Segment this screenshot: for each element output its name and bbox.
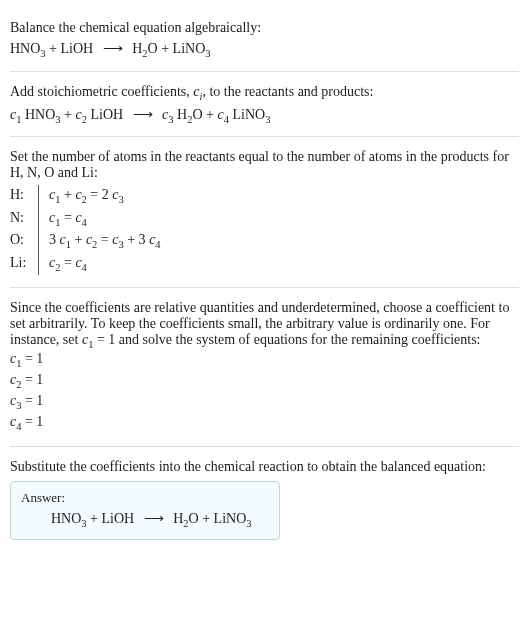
section5-title: Substitute the coefficients into the che… (10, 459, 519, 475)
section3-title: Set the number of atoms in the reactants… (10, 149, 519, 181)
coef-c4: c4 = 1 (10, 413, 519, 434)
atom-row-li: Li: c2 = c4 (10, 253, 519, 275)
section2-equation: c1 HNO3 + c2 LiOH ⟶ c3 H2O + c4 LiNO3 (10, 106, 519, 125)
atom-row-n: N: c1 = c4 (10, 208, 519, 230)
answer-label: Answer: (21, 490, 269, 506)
answer-equation: HNO3 + LiOH ⟶ H2O + LiNO3 (21, 510, 269, 529)
atom-balance-table: H: c1 + c2 = 2 c3 N: c1 = c4 O: 3 c1 + c… (10, 185, 519, 275)
divider (10, 136, 519, 137)
reactant-lioh: LiOH (61, 41, 94, 56)
atom-row-o: O: 3 c1 + c2 = c3 + 3 c4 (10, 230, 519, 252)
coef-c2: c2 = 1 (10, 371, 519, 392)
divider (10, 446, 519, 447)
section-add-coefficients: Add stoichiometric coefficients, ci, to … (10, 76, 519, 133)
coef-c3: c3 = 1 (10, 392, 519, 413)
coefficient-solution-list: c1 = 1 c2 = 1 c3 = 1 c4 = 1 (10, 350, 519, 434)
section-balance-intro: Balance the chemical equation algebraica… (10, 12, 519, 67)
reactant-lioh: LiOH (102, 511, 135, 526)
product-h2o: H2O (173, 511, 199, 526)
section1-title: Balance the chemical equation algebraica… (10, 20, 519, 36)
section-answer: Substitute the coefficients into the che… (10, 451, 519, 548)
plus: + (161, 41, 172, 56)
plus: + (49, 41, 60, 56)
arrow-icon: ⟶ (133, 106, 153, 123)
product-lino3: LiNO3 (214, 511, 252, 526)
answer-box: Answer: HNO3 + LiOH ⟶ H2O + LiNO3 (10, 481, 280, 540)
arrow-icon: ⟶ (103, 40, 123, 57)
atom-row-h: H: c1 + c2 = 2 c3 (10, 185, 519, 207)
section1-equation: HNO3 + LiOH ⟶ H2O + LiNO3 (10, 40, 519, 59)
divider (10, 287, 519, 288)
coef-c1: c1 = 1 (10, 350, 519, 371)
product-h2o: H2O (132, 41, 158, 56)
reactant-hno3: HNO3 (10, 41, 46, 56)
product-lino3: LiNO3 (173, 41, 211, 56)
section-atom-equations: Set the number of atoms in the reactants… (10, 141, 519, 283)
arrow-icon: ⟶ (144, 510, 164, 527)
reactant-hno3: HNO3 (51, 511, 87, 526)
section2-title: Add stoichiometric coefficients, ci, to … (10, 84, 519, 102)
section-solve: Since the coefficients are relative quan… (10, 292, 519, 442)
section4-text: Since the coefficients are relative quan… (10, 300, 519, 350)
divider (10, 71, 519, 72)
